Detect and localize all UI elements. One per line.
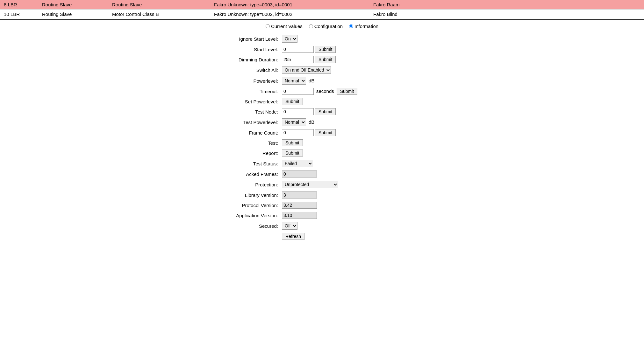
row-set-powerlevel: Set Powerlevel: Submit (211, 96, 433, 107)
dimming-duration-submit[interactable]: Submit (315, 56, 336, 63)
row-dimming-duration: Dimming Duration: Submit (211, 54, 433, 65)
test-node-control: Submit (281, 107, 433, 117)
tab-group: Current Values Configuration Information (266, 24, 378, 29)
timeout-input[interactable] (282, 88, 314, 95)
row-protection: Protection: Unprotected Protection by se… (211, 179, 433, 190)
row-test: Test: Submit (211, 138, 433, 148)
device-name: Fakro Blind (373, 11, 640, 17)
library-version-control (281, 190, 433, 200)
timeout-unit: seconds (316, 88, 334, 94)
protection-select[interactable]: Unprotected Protection by sequence No op… (282, 181, 338, 188)
set-powerlevel-control: Submit (281, 96, 433, 107)
device-row-8lbr[interactable]: 8 LBR Routing Slave Routing Slave Fakro … (0, 0, 644, 10)
timeout-control: seconds Submit (281, 86, 433, 96)
test-label: Test: (211, 138, 281, 148)
start-level-input[interactable] (282, 46, 314, 53)
device-desc: Fakro Unknown: type=0003, id=0001 (214, 2, 373, 7)
device-id: 8 LBR (4, 2, 42, 7)
tab-configuration[interactable]: Configuration (309, 24, 343, 29)
test-status-control: Failed Success InProgress (281, 158, 433, 169)
ignore-start-level-label: Ignore Start Level: (211, 33, 281, 44)
device-row-10lbr[interactable]: 10 LBR Routing Slave Motor Control Class… (0, 10, 644, 19)
protocol-version-label: Protocol Version: (211, 200, 281, 210)
row-ignore-start-level: Ignore Start Level: On Off (211, 33, 433, 44)
row-test-status: Test Status: Failed Success InProgress (211, 158, 433, 169)
row-test-node: Test Node: Submit (211, 107, 433, 117)
device-type: Routing Slave (42, 11, 112, 17)
test-powerlevel-label: Test Powerlevel: (211, 117, 281, 128)
timeout-submit[interactable]: Submit (337, 88, 358, 95)
ignore-start-level-select[interactable]: On Off (282, 35, 297, 43)
test-node-submit[interactable]: Submit (315, 108, 336, 115)
row-refresh: Refresh (211, 231, 433, 241)
acked-frames-input (282, 170, 317, 177)
test-powerlevel-control: Normal -1dBm -2dBm -3dBm dB (281, 117, 433, 128)
set-powerlevel-submit[interactable]: Submit (282, 98, 303, 105)
refresh-button[interactable]: Refresh (282, 233, 304, 240)
test-status-select[interactable]: Failed Success InProgress (282, 160, 313, 167)
test-submit[interactable]: Submit (282, 139, 303, 146)
powerlevel-unit: dB (309, 78, 314, 83)
device-name: Fakro Raam (373, 2, 640, 7)
ignore-start-level-control: On Off (281, 33, 433, 44)
device-class: Motor Control Class B (112, 11, 214, 17)
report-control: Submit (281, 148, 433, 158)
tab-information-label: Information (354, 24, 378, 29)
row-secured: Secured: Off On (211, 220, 433, 231)
report-submit[interactable]: Submit (282, 150, 303, 157)
application-version-control (281, 210, 433, 220)
switch-all-control: On and Off Enabled Off Only On Only Disa… (281, 65, 433, 75)
tab-current-values-label: Current Values (271, 24, 303, 29)
secured-select[interactable]: Off On (282, 222, 297, 230)
test-node-label: Test Node: (211, 107, 281, 117)
powerlevel-label: Powerlevel: (211, 75, 281, 86)
radio-configuration[interactable] (309, 24, 313, 28)
frame-count-submit[interactable]: Submit (315, 129, 336, 136)
frame-count-input[interactable] (282, 129, 314, 136)
row-start-level: Start Level: Submit (211, 44, 433, 54)
application-version-input (282, 212, 317, 219)
powerlevel-control: Normal -1dBm -2dBm -3dBm -4dBm -5dBm -6d… (281, 75, 433, 86)
protocol-version-input (282, 202, 317, 209)
row-application-version: Application Version: (211, 210, 433, 220)
protection-label: Protection: (211, 179, 281, 190)
device-class: Routing Slave (112, 2, 214, 7)
test-node-input[interactable] (282, 108, 314, 115)
row-protocol-version: Protocol Version: (211, 200, 433, 210)
radio-information[interactable] (349, 24, 353, 28)
library-version-input (282, 191, 317, 198)
test-status-label: Test Status: (211, 158, 281, 169)
tab-information[interactable]: Information (349, 24, 378, 29)
protection-control: Unprotected Protection by sequence No op… (281, 179, 433, 190)
start-level-control: Submit (281, 44, 433, 54)
row-switch-all: Switch All: On and Off Enabled Off Only … (211, 65, 433, 75)
config-form: Ignore Start Level: On Off Start Level: … (211, 33, 433, 241)
device-id: 10 LBR (4, 11, 42, 17)
switch-all-label: Switch All: (211, 65, 281, 75)
acked-frames-control (281, 169, 433, 179)
row-report: Report: Submit (211, 148, 433, 158)
dimming-duration-control: Submit (281, 54, 433, 65)
secured-label: Secured: (211, 220, 281, 231)
radio-current-values[interactable] (266, 24, 270, 28)
test-powerlevel-select[interactable]: Normal -1dBm -2dBm -3dBm (282, 118, 306, 126)
config-panel: Current Values Configuration Information… (0, 20, 644, 245)
refresh-spacer (211, 231, 281, 241)
set-powerlevel-label: Set Powerlevel: (211, 96, 281, 107)
powerlevel-select[interactable]: Normal -1dBm -2dBm -3dBm -4dBm -5dBm -6d… (282, 77, 306, 85)
tab-configuration-label: Configuration (314, 24, 343, 29)
frame-count-control: Submit (281, 128, 433, 138)
secured-control: Off On (281, 220, 433, 231)
dimming-duration-input[interactable] (282, 56, 314, 63)
start-level-submit[interactable]: Submit (315, 46, 336, 53)
acked-frames-label: Acked Frames: (211, 169, 281, 179)
protocol-version-control (281, 200, 433, 210)
device-table: 8 LBR Routing Slave Routing Slave Fakro … (0, 0, 644, 19)
test-powerlevel-unit: dB (309, 119, 314, 125)
test-control: Submit (281, 138, 433, 148)
report-label: Report: (211, 148, 281, 158)
switch-all-select[interactable]: On and Off Enabled Off Only On Only Disa… (282, 66, 331, 74)
row-library-version: Library Version: (211, 190, 433, 200)
row-test-powerlevel: Test Powerlevel: Normal -1dBm -2dBm -3dB… (211, 117, 433, 128)
tab-current-values[interactable]: Current Values (266, 24, 303, 29)
